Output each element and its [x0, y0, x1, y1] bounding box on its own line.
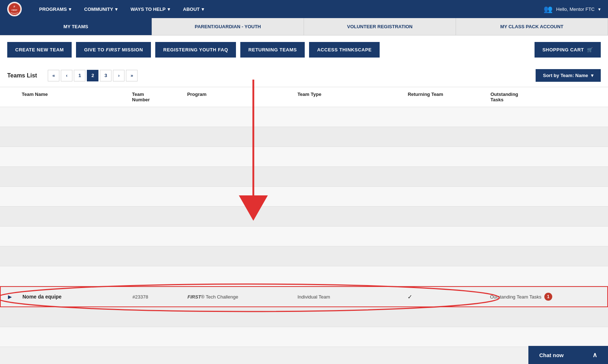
nav-ways-to-help[interactable]: WAYS TO HELP ▾	[124, 0, 177, 18]
nav-links: PROGRAMS ▾ COMMUNITY ▾ WAYS TO HELP ▾ AB…	[33, 0, 544, 18]
registering-youth-faq-button[interactable]: REGISTERING YOUTH FAQ	[155, 42, 236, 58]
chat-expand-icon: ∧	[592, 351, 597, 359]
nav-about[interactable]: ABOUT ▾	[177, 0, 211, 18]
table-row	[0, 266, 608, 286]
col-header-tasks: OutstandingTasks	[490, 92, 601, 102]
table-row	[0, 147, 608, 167]
team-number-cell: #23378	[132, 294, 187, 300]
teams-list-header: Teams List « ‹ 1 2 3 › » Sort by Team: N…	[0, 64, 608, 87]
table-row	[0, 167, 608, 187]
page-3-button[interactable]: 3	[100, 70, 111, 81]
table-row	[0, 187, 608, 207]
chevron-down-icon: ▾	[202, 7, 204, 12]
teams-list-title: Teams List	[7, 72, 37, 79]
shopping-cart-button[interactable]: SHOPPING CART 🛒	[535, 42, 601, 58]
row-expand-arrow[interactable]: ▶	[8, 294, 22, 300]
table-row	[0, 246, 608, 266]
chat-label: Chat now	[539, 352, 564, 358]
tasks-cell: Outstanding Team Tasks 1	[490, 293, 600, 301]
program-cell: FIRST® Tech Challenge	[187, 294, 297, 300]
cart-icon: 🛒	[587, 47, 593, 52]
table-row	[0, 227, 608, 246]
tab-my-teams[interactable]: MY TEAMS	[0, 18, 152, 35]
page-next-button[interactable]: ›	[113, 70, 124, 81]
team-row[interactable]: ▶ Nome da equipe #23378 FIRST® Tech Chal…	[0, 286, 608, 307]
col-header-returning: Returning Team	[408, 92, 491, 102]
table-header: Team Name TeamNumber Program Team Type R…	[0, 87, 608, 107]
table-row	[0, 327, 608, 347]
returning-teams-button[interactable]: RETURNING TEAMS	[240, 42, 305, 58]
tab-volunteer-registration[interactable]: VOLUNTEER REGISTRATION	[304, 18, 456, 35]
top-navigation: F FIRST PROGRAMS ▾ COMMUNITY ▾ WAYS TO H…	[0, 0, 608, 18]
highlighted-row-container: ▶ Nome da equipe #23378 FIRST® Tech Chal…	[0, 286, 608, 307]
team-name-cell: Nome da equipe	[22, 294, 132, 300]
col-header-program: Program	[187, 92, 297, 102]
chevron-down-icon: ▾	[115, 7, 118, 12]
tasks-badge: 1	[544, 293, 552, 301]
nav-community[interactable]: COMMUNITY ▾	[78, 0, 124, 18]
first-logo: F FIRST	[7, 2, 22, 16]
page-last-button[interactable]: »	[126, 70, 138, 81]
tab-parent-guardian[interactable]: PARENT/GUARDIAN - YOUTH	[152, 18, 304, 35]
chevron-down-icon: ▾	[168, 7, 170, 12]
pagination: « ‹ 1 2 3 › »	[48, 70, 138, 81]
page-prev-button[interactable]: ‹	[61, 70, 72, 81]
returning-team-cell: ✓	[408, 293, 490, 300]
access-thinkscape-button[interactable]: ACCESS THINKSCAPE	[309, 42, 380, 58]
chevron-down-icon: ▾	[598, 7, 601, 12]
chevron-down-icon: ▾	[69, 7, 71, 12]
tabs-bar: MY TEAMS PARENT/GUARDIAN - YOUTH VOLUNTE…	[0, 18, 608, 35]
team-type-cell: Individual Team	[297, 294, 408, 300]
create-new-team-button[interactable]: CREATE NEW TEAM	[7, 42, 72, 58]
table-row	[0, 107, 608, 127]
col-header-team-number: TeamNumber	[132, 92, 187, 102]
table-row	[0, 207, 608, 227]
table-row	[0, 307, 608, 327]
chat-now-button[interactable]: Chat now ∧	[528, 346, 608, 364]
svg-text:FIRST: FIRST	[12, 9, 18, 11]
give-to-mission-button[interactable]: GIVE TO FIRST MISSION	[76, 42, 151, 58]
chevron-down-icon: ▾	[591, 73, 594, 78]
col-header-team-name: Team Name	[22, 92, 132, 102]
user-area[interactable]: 👥 Hello, Mentor FTC ▾	[544, 5, 601, 13]
logo-area: F FIRST	[7, 2, 22, 16]
nav-programs[interactable]: PROGRAMS ▾	[33, 0, 78, 18]
page-first-button[interactable]: «	[48, 70, 59, 81]
table-row	[0, 127, 608, 147]
user-greeting: Hello, Mentor FTC	[556, 7, 595, 12]
page-2-button[interactable]: 2	[87, 70, 98, 81]
col-header-team-type: Team Type	[297, 92, 408, 102]
action-buttons-bar: CREATE NEW TEAM GIVE TO FIRST MISSION RE…	[0, 35, 608, 64]
user-icon: 👥	[544, 5, 553, 13]
tab-class-pack[interactable]: MY CLASS PACK ACCOUNT	[456, 18, 608, 35]
tasks-label: Outstanding Team Tasks	[490, 294, 541, 300]
col-header-arrow	[7, 92, 22, 102]
sort-button[interactable]: Sort by Team: Name ▾	[536, 69, 601, 82]
page-1-button[interactable]: 1	[74, 70, 85, 81]
svg-text:F: F	[14, 5, 16, 8]
